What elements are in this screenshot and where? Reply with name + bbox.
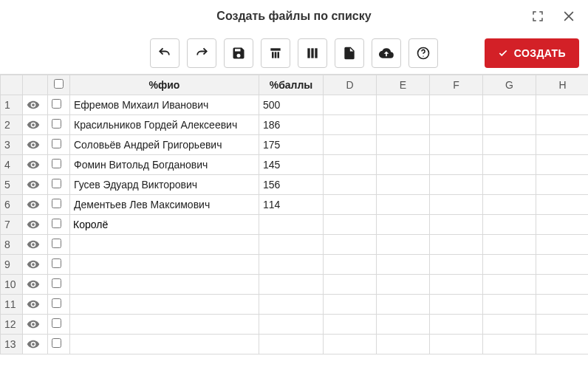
cell-empty[interactable]	[430, 175, 483, 195]
upload-button[interactable]	[372, 38, 401, 68]
cell-fio[interactable]	[70, 335, 259, 354]
save-button[interactable]	[224, 38, 253, 68]
row-checkbox[interactable]	[52, 258, 61, 268]
cell-empty[interactable]	[430, 135, 483, 155]
cell-empty[interactable]	[324, 135, 377, 155]
cell-score[interactable]: 175	[259, 135, 324, 155]
columns-button[interactable]	[298, 38, 327, 68]
row-number[interactable]: 6	[1, 195, 23, 215]
cell-fio[interactable]	[70, 255, 259, 275]
cell-fio[interactable]: Ефремов Михаил Иванович	[70, 95, 259, 115]
undo-button[interactable]	[150, 38, 180, 68]
cell-score[interactable]: 114	[259, 195, 324, 215]
row-checkbox[interactable]	[52, 318, 61, 328]
cell-empty[interactable]	[377, 115, 430, 135]
row-number[interactable]: 3	[1, 135, 23, 155]
cell-score[interactable]	[259, 335, 324, 354]
cell-empty[interactable]	[536, 295, 589, 315]
cell-score[interactable]	[259, 295, 324, 315]
cell-empty[interactable]	[430, 315, 483, 335]
select-all-checkbox[interactable]	[54, 79, 64, 89]
visibility-toggle[interactable]	[23, 335, 48, 354]
cell-empty[interactable]	[483, 315, 536, 335]
eye-header[interactable]	[23, 75, 48, 95]
cell-score[interactable]	[259, 315, 324, 335]
cell-empty[interactable]	[483, 175, 536, 195]
visibility-toggle[interactable]	[23, 155, 48, 175]
row-checkbox[interactable]	[52, 278, 61, 288]
cell-empty[interactable]	[430, 295, 483, 315]
cell-empty[interactable]	[483, 235, 536, 255]
cell-empty[interactable]	[324, 115, 377, 135]
row-checkbox[interactable]	[52, 298, 61, 308]
cell-empty[interactable]	[430, 335, 483, 354]
cell-empty[interactable]	[483, 115, 536, 135]
cell-empty[interactable]	[430, 155, 483, 175]
visibility-toggle[interactable]	[23, 295, 48, 315]
cell-empty[interactable]	[430, 115, 483, 135]
cell-empty[interactable]	[483, 95, 536, 115]
cell-score[interactable]: 500	[259, 95, 324, 115]
cell-fio[interactable]: Красильников Гордей Алексеевич	[70, 115, 259, 135]
cell-score[interactable]	[259, 275, 324, 295]
cell-empty[interactable]	[377, 255, 430, 275]
maximize-button[interactable]	[527, 6, 548, 27]
row-number[interactable]: 8	[1, 235, 23, 255]
row-number[interactable]: 13	[1, 335, 23, 354]
cell-empty[interactable]	[430, 235, 483, 255]
cell-empty[interactable]	[483, 135, 536, 155]
cell-empty[interactable]	[483, 155, 536, 175]
cell-empty[interactable]	[324, 295, 377, 315]
row-number[interactable]: 9	[1, 255, 23, 275]
cell-fio[interactable]: Фомин Витольд Богданович	[70, 155, 259, 175]
cell-empty[interactable]	[430, 255, 483, 275]
cell-fio[interactable]	[70, 295, 259, 315]
row-checkbox-cell[interactable]	[48, 215, 70, 235]
row-checkbox[interactable]	[52, 199, 61, 208]
column-header-fio[interactable]: %фио	[70, 75, 259, 95]
row-checkbox-cell[interactable]	[48, 235, 70, 255]
cell-fio[interactable]: Соловьёв Андрей Григорьевич	[70, 135, 259, 155]
column-header-score[interactable]: %баллы	[259, 75, 324, 95]
row-checkbox[interactable]	[52, 239, 61, 248]
select-all-header[interactable]	[48, 75, 70, 95]
visibility-toggle[interactable]	[23, 195, 48, 215]
cell-score[interactable]	[259, 235, 324, 255]
visibility-toggle[interactable]	[23, 135, 48, 155]
cell-score[interactable]: 186	[259, 115, 324, 135]
row-number[interactable]: 4	[1, 155, 23, 175]
column-header-generic[interactable]: H	[536, 75, 589, 95]
row-checkbox-cell[interactable]	[48, 175, 70, 195]
create-button[interactable]: СОЗДАТЬ	[485, 38, 579, 68]
row-checkbox[interactable]	[52, 219, 61, 228]
cell-empty[interactable]	[324, 95, 377, 115]
visibility-toggle[interactable]	[23, 275, 48, 295]
help-button[interactable]	[408, 38, 438, 68]
cell-empty[interactable]	[324, 315, 377, 335]
row-checkbox[interactable]	[52, 139, 61, 148]
column-header-generic[interactable]: D	[324, 75, 377, 95]
cell-empty[interactable]	[377, 335, 430, 354]
row-checkbox-cell[interactable]	[48, 195, 70, 215]
cell-empty[interactable]	[430, 275, 483, 295]
row-checkbox-cell[interactable]	[48, 275, 70, 295]
corner-cell[interactable]	[1, 75, 23, 95]
cell-empty[interactable]	[483, 195, 536, 215]
cell-empty[interactable]	[377, 195, 430, 215]
cell-empty[interactable]	[324, 155, 377, 175]
visibility-toggle[interactable]	[23, 215, 48, 235]
cell-empty[interactable]	[324, 255, 377, 275]
cell-empty[interactable]	[483, 215, 536, 235]
cell-fio[interactable]	[70, 215, 259, 235]
cell-empty[interactable]	[377, 295, 430, 315]
row-checkbox[interactable]	[52, 179, 61, 188]
visibility-toggle[interactable]	[23, 115, 48, 135]
cell-empty[interactable]	[377, 95, 430, 115]
cell-fio[interactable]	[70, 315, 259, 335]
row-checkbox-cell[interactable]	[48, 95, 70, 115]
cell-score[interactable]: 156	[259, 175, 324, 195]
cell-score[interactable]	[259, 255, 324, 275]
column-header-generic[interactable]: F	[430, 75, 483, 95]
cell-empty[interactable]	[536, 175, 589, 195]
cell-empty[interactable]	[430, 215, 483, 235]
